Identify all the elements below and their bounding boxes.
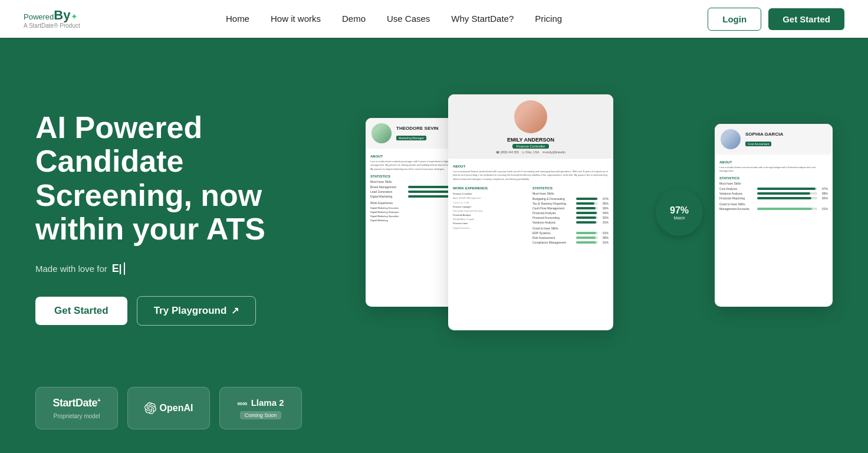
skill-bar-bg bbox=[576, 212, 598, 214]
skill-pct: 90% bbox=[820, 196, 828, 200]
skill-pct: 91% bbox=[600, 221, 609, 224]
skill-label: Cost Analysis bbox=[719, 187, 755, 191]
get-started-hero-button[interactable]: Get Started bbox=[35, 297, 127, 325]
card-right-body: About I am a results-driven cost account… bbox=[715, 155, 833, 215]
hero-section: AI Powered Candidate Screening, now with… bbox=[0, 0, 868, 453]
skill-label: Digital Marketing bbox=[370, 195, 406, 198]
card-center-about-title: About bbox=[453, 165, 609, 168]
openai-logo-wrap: OpenAI bbox=[144, 402, 193, 414]
card-stats-label: STATISTICS bbox=[532, 186, 609, 190]
navbar: Powered By ✦ A StartDate® Product Home H… bbox=[0, 0, 868, 38]
card-right-skill-2: Variance Analysis 88% bbox=[719, 192, 828, 195]
card-right-about-title: About bbox=[719, 160, 828, 164]
card-center-header: EMILY ANDERSON Finance Controller ☎ (888… bbox=[448, 94, 613, 159]
stats-percentage: 97% bbox=[670, 205, 689, 216]
skill-pct: 91% bbox=[600, 241, 609, 244]
nav-demo[interactable]: Demo bbox=[342, 14, 366, 24]
card-center-body: About I am a seasoned finance profession… bbox=[448, 159, 613, 249]
card-left-role: Marketing Manager bbox=[396, 136, 426, 140]
card-skill-4: Financial Analysis 94% bbox=[532, 211, 609, 215]
startdate-logo-card: StartDate+ Proprietary model bbox=[35, 387, 118, 429]
card-good-skill-2: Risk Assessment 88% bbox=[532, 236, 609, 239]
card-center-contact: ☎ (888) 444 555 ⊙ Ohio, USA ✉ emily@link… bbox=[496, 150, 565, 154]
candidate-card-center: EMILY ANDERSON Finance Controller ☎ (888… bbox=[448, 94, 613, 330]
skill-label: Brand Management bbox=[370, 185, 406, 189]
llama-logo-card: ∞∞ Llama 2 Coming Soon bbox=[219, 387, 302, 429]
card-right-skill-1: Cost Analysis 97% bbox=[719, 187, 828, 191]
card-center-about-text: I am a seasoned finance professional wit… bbox=[453, 170, 609, 181]
skill-bar-fill bbox=[576, 207, 596, 209]
skill-bar-fill bbox=[576, 232, 596, 234]
card-center-name: EMILY ANDERSON bbox=[507, 137, 554, 143]
skill-bar-bg bbox=[757, 192, 817, 195]
card-right-header: SOPHIA GARCIA Cost Accountant bbox=[715, 124, 833, 155]
skill-pct: 90% bbox=[600, 206, 609, 210]
skill-bar-fill bbox=[576, 221, 596, 224]
hero-title: AI Powered Candidate Screening, now with… bbox=[35, 111, 342, 246]
logo-sub-text: A StartDate® Product bbox=[24, 23, 80, 29]
card-right-good-label: Good to have Skills- bbox=[719, 202, 828, 206]
skill-bar-fill bbox=[576, 198, 597, 200]
card-center-left-col: Work Experience Finance Controller Apex … bbox=[453, 184, 529, 245]
skill-bar-fill bbox=[757, 188, 816, 190]
skill-bar-bg bbox=[576, 207, 598, 209]
card-good-skill-3: Compliance Management 91% bbox=[532, 241, 609, 244]
skill-label: Compliance Management bbox=[532, 241, 574, 244]
skill-bar-bg bbox=[576, 202, 598, 205]
brand-logo[interactable]: Powered By ✦ A StartDate® Product bbox=[24, 9, 80, 29]
partner-logos-row: StartDate+ Proprietary model OpenAI ∞∞ L… bbox=[0, 387, 868, 453]
skill-label: Lead Generation bbox=[370, 190, 406, 193]
nav-how-it-works[interactable]: How it works bbox=[271, 14, 321, 24]
nav-use-cases[interactable]: Use Cases bbox=[387, 14, 430, 24]
skill-bar-bg bbox=[757, 208, 817, 210]
nav-links: Home How it works Demo Use Cases Why Sta… bbox=[226, 14, 562, 24]
llama-coming-soon-badge: Coming Soon bbox=[240, 411, 282, 419]
skill-label: Financial Analysis bbox=[532, 211, 574, 215]
skill-pct: 91% bbox=[820, 207, 828, 211]
nav-pricing[interactable]: Pricing bbox=[535, 14, 562, 24]
nav-why-startdate[interactable]: Why StartDate? bbox=[451, 14, 514, 24]
card-skill-5: Financial Accounting 92% bbox=[532, 216, 609, 219]
skill-bar-fill bbox=[757, 208, 812, 210]
card-right-name-block: SOPHIA GARCIA Cost Accountant bbox=[745, 132, 827, 147]
hero-made-text: Made with love for bbox=[35, 264, 107, 274]
card-right-about-text: I am a results-driven cost accountant wi… bbox=[719, 166, 828, 173]
skill-bar-bg bbox=[576, 216, 598, 219]
card-right-avatar bbox=[721, 129, 741, 149]
card-right-role: Cost Accountant bbox=[745, 142, 771, 146]
try-playground-button[interactable]: Try Playground ↗ bbox=[137, 296, 257, 326]
skill-label: Financial Reporting bbox=[719, 196, 755, 200]
nav-home[interactable]: Home bbox=[226, 14, 249, 24]
hero-cards-area: THEODORE SEVIN Marketing Manager About I… bbox=[366, 83, 833, 354]
card-skill-2: Tax & Statutory Reporting 85% bbox=[532, 202, 609, 205]
skill-label: Risk Assessment bbox=[532, 236, 574, 239]
skill-bar-bg bbox=[576, 237, 598, 239]
login-button[interactable]: Login bbox=[708, 8, 761, 31]
hero-made-logo: E| bbox=[112, 262, 125, 275]
skill-bar-bg bbox=[576, 241, 598, 244]
card-skill-1: Budgeting & Forecasting 97% bbox=[532, 197, 609, 201]
openai-text: OpenAI bbox=[160, 403, 193, 413]
card-good-skill-1: ERP Systems 91% bbox=[532, 231, 609, 235]
card-work-label: Work Experience bbox=[453, 186, 529, 190]
match-stats-badge: 97% Match bbox=[656, 189, 703, 236]
skill-bar-bg bbox=[576, 232, 598, 234]
skill-pct: 94% bbox=[600, 211, 609, 215]
hero-left-panel: AI Powered Candidate Screening, now with… bbox=[35, 111, 342, 326]
skill-pct: 97% bbox=[600, 197, 609, 201]
hero-made-for: Made with love for E| bbox=[35, 262, 342, 275]
skill-bar-bg bbox=[757, 188, 817, 190]
card-skill-6: Variance Analysis 91% bbox=[532, 221, 609, 224]
skill-pct: 88% bbox=[820, 192, 828, 195]
card-skill-3: Cash Flow Management 90% bbox=[532, 206, 609, 210]
get-started-nav-button[interactable]: Get Started bbox=[768, 8, 844, 30]
logo-leaf-icon: ✦ bbox=[71, 12, 78, 21]
skill-pct: 88% bbox=[600, 236, 609, 239]
card-center-role: Finance Controller bbox=[512, 144, 548, 149]
skill-bar-fill bbox=[576, 216, 596, 219]
hero-buttons: Get Started Try Playground ↗ bbox=[35, 296, 342, 326]
card-good-label: Good to have Skills- bbox=[532, 226, 609, 230]
card-right-name: SOPHIA GARCIA bbox=[745, 132, 827, 137]
nav-actions: Login Get Started bbox=[708, 8, 844, 31]
skill-bar-bg bbox=[757, 197, 817, 199]
